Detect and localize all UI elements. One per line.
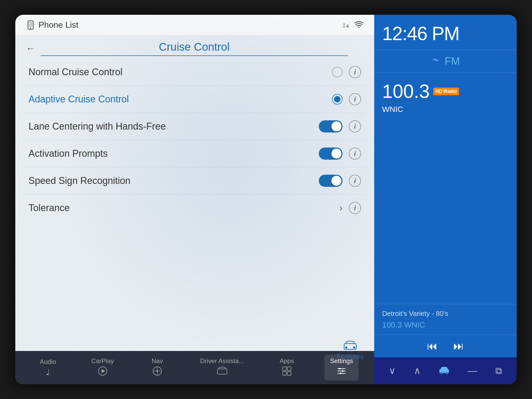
tolerance-chevron[interactable]: › xyxy=(339,202,343,213)
svg-rect-16 xyxy=(283,372,286,375)
tolerance-control: › i xyxy=(339,202,361,214)
adaptive-cruise-radio[interactable] xyxy=(332,94,343,104)
screen-container: Phone List ↕₄ ← Cruise Control xyxy=(15,15,517,384)
svg-rect-21 xyxy=(339,368,340,369)
radio-type-label: FM xyxy=(445,55,460,67)
audio-icon: ♩ xyxy=(46,367,50,377)
activation-prompts-toggle[interactable] xyxy=(319,148,343,160)
svg-rect-22 xyxy=(342,370,344,372)
svg-point-3 xyxy=(358,27,360,28)
station-full-name: 100.3 WNIC xyxy=(382,320,509,329)
normal-cruise-radio[interactable] xyxy=(332,67,343,77)
page-title: Cruise Control xyxy=(41,41,348,56)
wifi-icon xyxy=(354,20,364,30)
activation-prompts-label: Activation Prompts xyxy=(28,148,319,159)
nav-item-audio[interactable]: Audio ♩ xyxy=(31,355,65,380)
top-bar: Phone List ↕₄ xyxy=(15,15,374,35)
radio-nav-minimize[interactable]: — xyxy=(465,363,480,379)
main-panel: Phone List ↕₄ ← Cruise Control xyxy=(15,15,374,384)
setting-row-activation-prompts: Activation Prompts i xyxy=(23,140,366,167)
setting-row-lane-centering: Lane Centering with Hands-Free i xyxy=(23,113,366,140)
lane-centering-control: i xyxy=(319,120,361,132)
signal-icon: ↕₄ xyxy=(342,21,349,29)
features-label: Features xyxy=(336,352,364,360)
normal-cruise-control: i xyxy=(332,66,361,78)
hd-label: HD xyxy=(435,89,442,94)
nav-item-nav[interactable]: Nav xyxy=(140,355,174,381)
svg-point-27 xyxy=(446,372,448,374)
back-button[interactable]: ← xyxy=(26,43,35,54)
normal-cruise-info[interactable]: i xyxy=(349,66,361,78)
adaptive-cruise-info[interactable]: i xyxy=(349,93,361,105)
svg-rect-23 xyxy=(340,373,341,374)
radio-controls: ⏮ ⏭ xyxy=(374,335,517,357)
page-header: ← Cruise Control xyxy=(15,35,374,59)
station-short-name: WNIC xyxy=(382,105,509,114)
speed-sign-toggle[interactable] xyxy=(319,175,343,187)
svg-rect-1 xyxy=(29,22,32,27)
radio-panel: 12:46 PM FM 100.3 HD Radio WNIC Det xyxy=(374,15,517,384)
bottom-nav: Audio ♩ CarPlay Nav xyxy=(15,351,374,384)
lane-centering-info[interactable]: i xyxy=(349,120,361,132)
tolerance-info[interactable]: i xyxy=(349,202,361,214)
radio-main: 100.3 HD Radio WNIC xyxy=(374,73,517,304)
nav-carplay-label: CarPlay xyxy=(91,357,114,365)
svg-point-2 xyxy=(30,28,31,29)
speed-sign-control: i xyxy=(319,175,361,187)
radio-nav-stack[interactable]: ⧉ xyxy=(493,363,505,379)
svg-point-5 xyxy=(345,346,347,349)
features-button[interactable]: Features xyxy=(336,340,364,360)
top-icons: ↕₄ xyxy=(342,20,364,30)
svg-point-24 xyxy=(435,59,436,61)
settings-icon xyxy=(337,366,346,378)
setting-row-normal-cruise: Normal Cruise Control i xyxy=(23,59,366,86)
forward-button[interactable]: ⏭ xyxy=(453,340,464,352)
nav-driver-assist-label: Driver Assista... xyxy=(200,357,244,365)
phone-icon xyxy=(26,20,35,30)
hd-radio-label: Radio xyxy=(444,89,457,94)
radio-nav-up[interactable]: ∧ xyxy=(411,363,423,379)
apps-icon xyxy=(282,366,292,378)
radio-nav-car[interactable] xyxy=(436,363,452,379)
activation-prompts-info[interactable]: i xyxy=(349,148,361,160)
svg-marker-8 xyxy=(102,369,105,373)
adaptive-cruise-control: i xyxy=(332,93,361,105)
driver-assist-icon xyxy=(217,366,227,378)
nav-item-apps[interactable]: Apps xyxy=(270,355,304,381)
nav-icon xyxy=(153,366,162,378)
adaptive-cruise-label: Adaptive Cruise Control xyxy=(28,94,332,105)
setting-row-tolerance: Tolerance › i xyxy=(23,194,366,221)
rewind-button[interactable]: ⏮ xyxy=(427,340,438,352)
speed-sign-info[interactable]: i xyxy=(349,175,361,187)
lane-centering-toggle[interactable] xyxy=(319,120,343,132)
radio-wave-icon xyxy=(431,55,440,67)
speed-sign-label: Speed Sign Recognition xyxy=(28,175,319,186)
normal-cruise-label: Normal Cruise Control xyxy=(28,66,332,78)
radio-bottom-nav: ∨ ∧ — ⧉ xyxy=(374,357,517,384)
tolerance-label: Tolerance xyxy=(28,202,339,213)
svg-rect-13 xyxy=(217,369,227,374)
svg-rect-15 xyxy=(287,367,291,370)
radio-description: Detroit's Variety - 80's xyxy=(382,310,509,318)
svg-point-6 xyxy=(353,346,355,349)
svg-rect-17 xyxy=(287,372,291,375)
carplay-icon xyxy=(98,366,107,378)
activation-prompts-control: i xyxy=(319,148,361,160)
settings-list: Normal Cruise Control i Adaptive Cruise … xyxy=(15,59,374,351)
nav-item-carplay[interactable]: CarPlay xyxy=(86,355,120,381)
nav-item-driver-assist[interactable]: Driver Assista... xyxy=(195,355,249,381)
radio-frequency-display: 100.3 HD Radio xyxy=(382,80,509,102)
nav-apps-label: Apps xyxy=(280,357,294,365)
svg-rect-14 xyxy=(283,367,286,370)
setting-row-adaptive-cruise: Adaptive Cruise Control i xyxy=(23,86,366,113)
lane-centering-label: Lane Centering with Hands-Free xyxy=(28,121,319,132)
radio-nav-down[interactable]: ∨ xyxy=(386,363,398,379)
frequency-number: 100.3 xyxy=(382,80,430,102)
phone-list-button[interactable]: Phone List xyxy=(26,20,78,30)
nav-nav-label: Nav xyxy=(152,357,163,365)
time-display: 12:46 PM xyxy=(382,23,509,44)
phone-list-label: Phone List xyxy=(39,20,78,30)
nav-audio-label: Audio xyxy=(40,358,56,365)
radio-header: 12:46 PM xyxy=(374,15,517,50)
svg-point-26 xyxy=(440,372,443,374)
